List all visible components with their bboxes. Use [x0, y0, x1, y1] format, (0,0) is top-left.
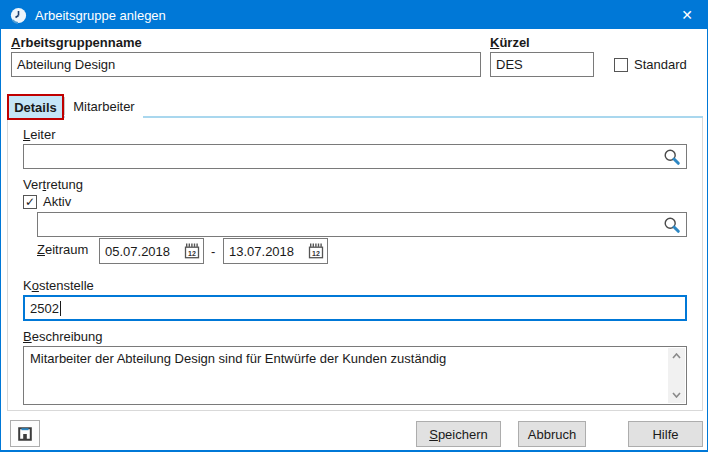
chevron-down-icon [672, 392, 681, 398]
date-from-value: 05.07.2018 [105, 244, 184, 259]
save-icon [17, 426, 33, 442]
tab-mitarbeiter[interactable]: Mitarbeiter [65, 94, 143, 118]
chevron-up-icon [672, 353, 681, 359]
abbruch-button[interactable]: Abbruch [518, 421, 586, 447]
date-range-separator: - [211, 244, 215, 259]
name-input-value: Abteilung Design [17, 57, 115, 72]
kurzel-label: Kürzel [490, 35, 530, 50]
svg-text:12: 12 [312, 250, 320, 257]
kostenstelle-label: Kostenstelle [23, 278, 94, 293]
clock-icon [10, 7, 27, 24]
standard-checkbox[interactable] [614, 58, 628, 72]
vertretung-label: Vertretung [23, 177, 83, 192]
search-icon[interactable] [663, 148, 681, 166]
close-icon: ✕ [681, 7, 693, 23]
kostenstelle-input-value: 2502 [30, 301, 59, 316]
search-icon[interactable] [663, 216, 681, 234]
aktiv-label: Aktiv [43, 194, 71, 209]
date-from-input[interactable]: 05.07.2018 12 [99, 238, 204, 264]
standard-checkbox-row[interactable]: Standard [614, 57, 687, 72]
name-input[interactable]: Abteilung Design [11, 52, 481, 77]
dialog-arbeitsgruppe-anlegen: Arbeitsgruppe anlegen ✕ Arbeitsgruppenna… [0, 0, 708, 452]
tab-separator [64, 97, 65, 115]
date-to-value: 13.07.2018 [229, 244, 308, 259]
date-to-input[interactable]: 13.07.2018 12 [223, 238, 328, 264]
kurzel-input-value: DES [496, 57, 523, 72]
aktiv-checkbox-row[interactable]: ✓ Aktiv [23, 194, 71, 209]
svg-text:12: 12 [188, 250, 196, 257]
kurzel-input[interactable]: DES [490, 52, 594, 77]
standard-label: Standard [634, 57, 687, 72]
vertreter-input[interactable] [37, 212, 687, 237]
window-title: Arbeitsgruppe anlegen [35, 8, 166, 23]
tab-details[interactable]: Details [7, 94, 64, 120]
name-label: Arbeitsgruppenname [11, 35, 142, 50]
aktiv-checkbox[interactable]: ✓ [23, 195, 37, 209]
scroll-down-button[interactable] [668, 387, 685, 403]
text-caret [60, 301, 61, 316]
calendar-icon[interactable]: 12 [308, 243, 324, 259]
beschreibung-text: Mitarbeiter der Abteilung Design sind fü… [30, 351, 446, 366]
speichern-button[interactable]: Speichern [416, 421, 501, 447]
beschreibung-label: Beschreibung [23, 329, 103, 344]
save-tool-button[interactable] [10, 420, 40, 447]
textarea-scrollbar[interactable] [668, 348, 685, 403]
kostenstelle-input[interactable]: 2502 [23, 295, 687, 321]
leiter-label: Leiter [23, 127, 56, 142]
zeitraum-label: Zeitraum [37, 242, 88, 257]
hilfe-button[interactable]: Hilfe [628, 421, 703, 447]
titlebar: Arbeitsgruppe anlegen ✕ [1, 1, 707, 29]
check-icon: ✓ [25, 196, 35, 208]
leiter-input[interactable] [23, 144, 687, 169]
calendar-icon[interactable]: 12 [184, 243, 200, 259]
scroll-up-button[interactable] [668, 348, 685, 364]
close-button[interactable]: ✕ [667, 1, 707, 29]
beschreibung-textarea[interactable]: Mitarbeiter der Abteilung Design sind fü… [23, 346, 687, 405]
